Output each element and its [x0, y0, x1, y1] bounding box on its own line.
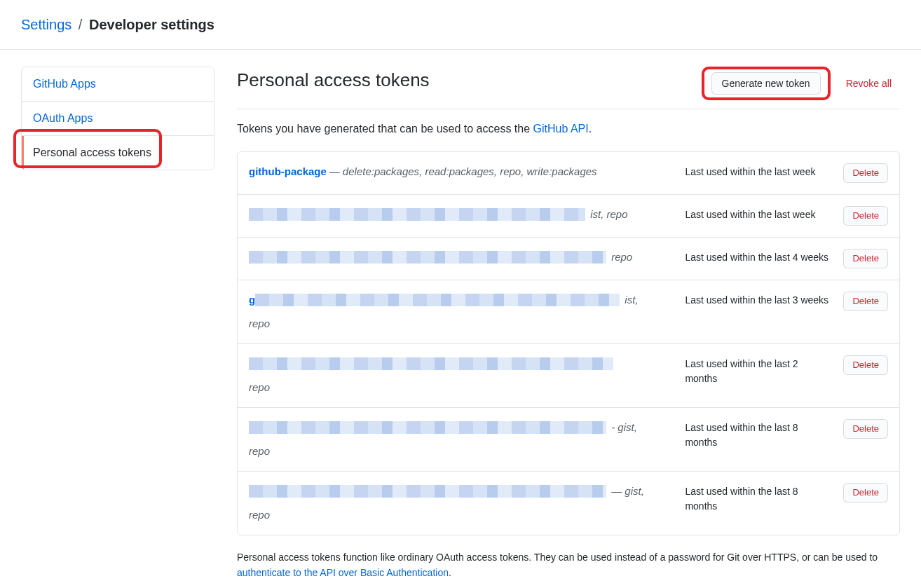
token-row: repoLast used within the last 4 weeksDel… [238, 238, 899, 280]
token-last-used: Last used within the last week [685, 163, 832, 179]
delete-token-button[interactable]: Delete [843, 419, 888, 439]
token-scopes-wrap: repo [249, 379, 674, 396]
delete-token-button[interactable]: Delete [843, 483, 888, 502]
generate-new-token-button[interactable]: Generate new token [711, 72, 821, 95]
token-actions: Delete [843, 292, 888, 311]
token-info: — gist,repo [249, 483, 674, 524]
breadcrumb: Settings / Developer settings [0, 0, 921, 50]
sidebar-item-github-apps[interactable]: GitHub Apps [22, 67, 214, 102]
redacted-content [249, 357, 613, 370]
token-actions: Delete [843, 355, 888, 375]
token-last-used: Last used within the last 2 months [685, 355, 832, 386]
token-actions: Delete [843, 163, 888, 183]
sidebar-item-oauth-apps[interactable]: OAuth Apps [22, 102, 214, 136]
token-scopes-wrap: repo [249, 315, 674, 332]
redacted-content [249, 485, 606, 498]
token-last-used: Last used within the last week [685, 206, 832, 222]
token-row: github-package—delete:packages, read:pac… [238, 152, 899, 195]
token-scopes: delete:packages, read:packages, repo, wr… [343, 165, 597, 177]
token-info: - gist,repo [249, 419, 674, 460]
token-info: repo [249, 355, 674, 396]
github-api-link[interactable]: GitHub API [533, 123, 589, 135]
token-info: repo [249, 249, 674, 266]
footnote-suffix: . [449, 567, 451, 578]
token-row: ist, repoLast used within the last weekD… [238, 195, 899, 238]
page-title: Personal access tokens [237, 67, 430, 94]
footnote-prefix: Personal access tokens function like ord… [237, 552, 878, 563]
intro-prefix: Tokens you have generated that can be us… [237, 123, 533, 135]
redacted-content [249, 251, 606, 264]
delete-token-button[interactable]: Delete [843, 355, 888, 375]
token-name-link[interactable]: g [249, 294, 255, 306]
token-actions: Delete [843, 249, 888, 268]
delete-token-button[interactable]: Delete [843, 249, 888, 268]
delete-token-button[interactable]: Delete [843, 163, 888, 183]
main-content: Personal access tokens Generate new toke… [237, 67, 900, 588]
breadcrumb-sep: / [79, 17, 83, 32]
token-scopes-wrap: repo [249, 507, 674, 524]
delete-token-button[interactable]: Delete [843, 206, 888, 226]
breadcrumb-root[interactable]: Settings [21, 17, 71, 32]
token-scopes-tail: ist, repo [587, 208, 628, 220]
token-name-link[interactable]: github-package [249, 165, 327, 177]
redacted-content [249, 208, 585, 221]
token-info: github-package—delete:packages, read:pac… [249, 163, 674, 180]
token-scopes-tail: repo [608, 251, 632, 263]
intro-text: Tokens you have generated that can be us… [237, 121, 900, 137]
token-last-used: Last used within the last 3 weeks [685, 292, 832, 308]
revoke-all-button[interactable]: Revoke all [838, 74, 900, 93]
sidebar-item-personal-access-tokens[interactable]: Personal access tokens [22, 136, 214, 170]
token-row: - gist,repoLast used within the last 8 m… [238, 408, 899, 472]
delete-token-button[interactable]: Delete [843, 292, 888, 311]
token-scopes-tail: — gist, [608, 485, 644, 497]
token-dash: — [329, 165, 340, 177]
token-info: ist, repo [249, 206, 674, 223]
token-actions: Delete [843, 483, 888, 502]
token-scopes-tail: - gist, [608, 421, 637, 433]
token-scopes-wrap: repo [249, 443, 674, 460]
token-row: — gist,repoLast used within the last 8 m… [238, 472, 899, 535]
token-last-used: Last used within the last 8 months [685, 483, 832, 514]
intro-suffix: . [589, 123, 592, 135]
auth-api-link[interactable]: authenticate to the API over Basic Authe… [237, 567, 449, 578]
token-last-used: Last used within the last 4 weeks [685, 249, 832, 265]
token-actions: Delete [843, 206, 888, 226]
token-row: g ist,repoLast used within the last 3 we… [238, 280, 899, 344]
token-last-used: Last used within the last 8 months [685, 419, 832, 450]
sidebar-nav: GitHub Apps OAuth Apps Personal access t… [21, 67, 214, 170]
redacted-content [255, 294, 620, 306]
highlight-generate-annotation: Generate new token [702, 67, 831, 100]
token-list: github-package—delete:packages, read:pac… [237, 151, 900, 535]
token-row: repoLast used within the last 2 monthsDe… [238, 344, 899, 408]
breadcrumb-current: Developer settings [89, 17, 214, 32]
token-scopes-tail: ist, [622, 294, 638, 306]
redacted-content [249, 421, 606, 434]
footnote: Personal access tokens function like ord… [237, 549, 900, 581]
token-actions: Delete [843, 419, 888, 439]
token-info: g ist,repo [249, 292, 674, 332]
